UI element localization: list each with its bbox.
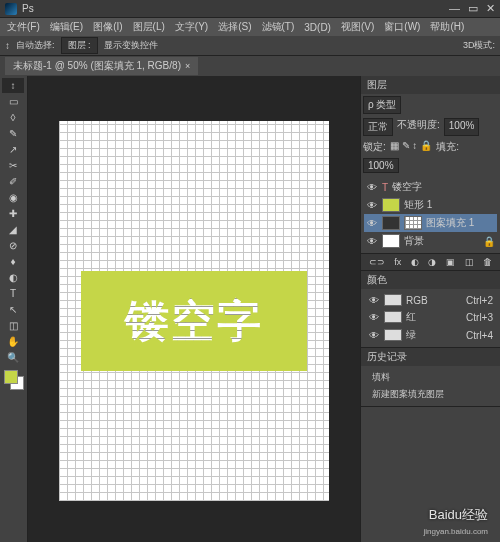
layer-thumb — [382, 216, 400, 230]
title-bar: Ps — ▭ ✕ — [0, 0, 500, 18]
layer-filter-kind[interactable]: ρ 类型 — [363, 96, 401, 114]
history-panel-title[interactable]: 历史记录 — [361, 348, 500, 366]
hand-tool[interactable]: ✋ — [2, 334, 24, 349]
visibility-icon[interactable]: 👁 — [368, 295, 380, 306]
crop-tool[interactable]: ↗ — [2, 142, 24, 157]
history-item[interactable]: 新建图案填充图层 — [364, 386, 497, 403]
layers-panel-title[interactable]: 图层 — [361, 76, 500, 94]
menu-layer[interactable]: 图层(L) — [129, 20, 169, 34]
gradient-tool[interactable]: ♦ — [2, 254, 24, 269]
history-item[interactable]: 填料 — [364, 369, 497, 386]
watermark-url: jingyan.baidu.com — [424, 527, 488, 536]
brush-tool[interactable]: ◉ — [2, 190, 24, 205]
eraser-tool[interactable]: ⊘ — [2, 238, 24, 253]
stamp-tool[interactable]: ✚ — [2, 206, 24, 221]
channel-row-red[interactable]: 👁 红 Ctrl+3 — [364, 308, 497, 326]
history-brush-tool[interactable]: ◢ — [2, 222, 24, 237]
show-transform-checkbox[interactable]: 显示变换控件 — [104, 39, 158, 52]
channel-thumb — [384, 329, 402, 341]
menu-view[interactable]: 视图(V) — [337, 20, 378, 34]
link-layers-icon[interactable]: ⊂⊃ — [369, 257, 385, 267]
blend-mode-select[interactable]: 正常 — [363, 118, 393, 136]
layer-row-shape[interactable]: 👁 矩形 1 — [364, 196, 497, 214]
cutout-text: 镂空字 — [81, 271, 307, 371]
tools-panel: ↕ ▭ ◊ ✎ ↗ ✂ ✐ ◉ ✚ ◢ ⊘ ♦ ◐ T ↖ ◫ ✋ 🔍 — [0, 76, 28, 542]
channel-thumb — [384, 294, 402, 306]
channel-row-green[interactable]: 👁 绿 Ctrl+4 — [364, 326, 497, 344]
canvas[interactable]: 镂空字 — [59, 121, 329, 501]
visibility-icon[interactable]: 👁 — [368, 330, 380, 341]
color-swatches[interactable] — [2, 370, 25, 394]
eyedropper-tool[interactable]: ✂ — [2, 158, 24, 173]
canvas-area[interactable]: 镂空字 — [28, 76, 360, 542]
menu-type[interactable]: 文字(Y) — [171, 20, 212, 34]
menu-window[interactable]: 窗口(W) — [380, 20, 424, 34]
channel-shortcut: Ctrl+4 — [466, 330, 493, 341]
3d-mode-label: 3D模式: — [463, 39, 495, 52]
lock-icons[interactable]: ▦ ✎ ↕ 🔒 — [390, 140, 432, 154]
layers-panel: 图层 ρ 类型 正常 不透明度: 100% 锁定: ▦ ✎ ↕ 🔒 填充: 10… — [361, 76, 500, 271]
new-layer-icon[interactable]: ◫ — [465, 257, 474, 267]
visibility-icon[interactable]: 👁 — [366, 182, 378, 193]
layer-name: 镂空字 — [392, 180, 422, 194]
layer-row-background[interactable]: 👁 背景 🔒 — [364, 232, 497, 250]
lock-icon: 🔒 — [483, 236, 495, 247]
mask-icon[interactable]: ◐ — [411, 257, 419, 267]
marquee-tool[interactable]: ▭ — [2, 94, 24, 109]
heal-tool[interactable]: ✐ — [2, 174, 24, 189]
document-tab[interactable]: 未标题-1 @ 50% (图案填充 1, RGB/8) × — [5, 57, 198, 75]
history-panel: 历史记录 填料 新建图案填充图层 — [361, 348, 500, 407]
layer-name: 图案填充 1 — [426, 216, 474, 230]
channel-name: RGB — [406, 295, 428, 306]
visibility-icon[interactable]: 👁 — [366, 218, 378, 229]
fx-icon[interactable]: fx — [394, 257, 401, 267]
lasso-tool[interactable]: ◊ — [2, 110, 24, 125]
visibility-icon[interactable]: 👁 — [366, 200, 378, 211]
menu-file[interactable]: 文件(F) — [3, 20, 44, 34]
zoom-tool[interactable]: 🔍 — [2, 350, 24, 365]
app-logo-icon — [5, 3, 17, 15]
menu-edit[interactable]: 编辑(E) — [46, 20, 87, 34]
tab-close-icon[interactable]: × — [185, 61, 190, 71]
menu-3d[interactable]: 3D(D) — [300, 22, 335, 33]
channels-panel-title[interactable]: 颜色 — [361, 271, 500, 289]
layers-panel-footer: ⊂⊃ fx ◐ ◑ ▣ ◫ 🗑 — [361, 253, 500, 270]
menu-filter[interactable]: 滤镜(T) — [258, 20, 299, 34]
app-title: Ps — [22, 3, 34, 14]
move-tool[interactable]: ↕ — [2, 78, 24, 93]
foreground-color-swatch[interactable] — [4, 370, 18, 384]
type-tool[interactable]: T — [2, 286, 24, 301]
visibility-icon[interactable]: 👁 — [368, 312, 380, 323]
opacity-value[interactable]: 100% — [444, 118, 480, 136]
channel-shortcut: Ctrl+3 — [466, 312, 493, 323]
close-button[interactable]: ✕ — [486, 2, 495, 15]
tab-title: 未标题-1 @ 50% (图案填充 1, RGB/8) — [13, 59, 181, 73]
dodge-tool[interactable]: ◐ — [2, 270, 24, 285]
layer-name: 矩形 1 — [404, 198, 432, 212]
panels-dock: 图层 ρ 类型 正常 不透明度: 100% 锁定: ▦ ✎ ↕ 🔒 填充: 10… — [360, 76, 500, 542]
fill-value[interactable]: 100% — [363, 158, 399, 173]
channel-row-rgb[interactable]: 👁 RGB Ctrl+2 — [364, 292, 497, 308]
layer-thumb — [382, 234, 400, 248]
group-icon[interactable]: ▣ — [446, 257, 455, 267]
wand-tool[interactable]: ✎ — [2, 126, 24, 141]
minimize-button[interactable]: — — [449, 2, 460, 15]
adjustment-icon[interactable]: ◑ — [428, 257, 436, 267]
channel-name: 红 — [406, 310, 416, 324]
menu-image[interactable]: 图像(I) — [89, 20, 126, 34]
layer-row-text[interactable]: 👁 T 镂空字 — [364, 178, 497, 196]
autoselect-mode[interactable]: 图层 : — [61, 37, 98, 54]
layer-row-pattern[interactable]: 👁 图案填充 1 — [364, 214, 497, 232]
layer-name: 背景 — [404, 234, 424, 248]
delete-layer-icon[interactable]: 🗑 — [483, 257, 492, 267]
menu-help[interactable]: 帮助(H) — [426, 20, 468, 34]
shape-tool[interactable]: ◫ — [2, 318, 24, 333]
menu-select[interactable]: 选择(S) — [214, 20, 255, 34]
path-tool[interactable]: ↖ — [2, 302, 24, 317]
menu-bar: 文件(F) 编辑(E) 图像(I) 图层(L) 文字(Y) 选择(S) 滤镜(T… — [0, 18, 500, 36]
visibility-icon[interactable]: 👁 — [366, 236, 378, 247]
maximize-button[interactable]: ▭ — [468, 2, 478, 15]
layer-mask-thumb — [404, 216, 422, 230]
channel-thumb — [384, 311, 402, 323]
document-tabs: 未标题-1 @ 50% (图案填充 1, RGB/8) × — [0, 56, 500, 76]
